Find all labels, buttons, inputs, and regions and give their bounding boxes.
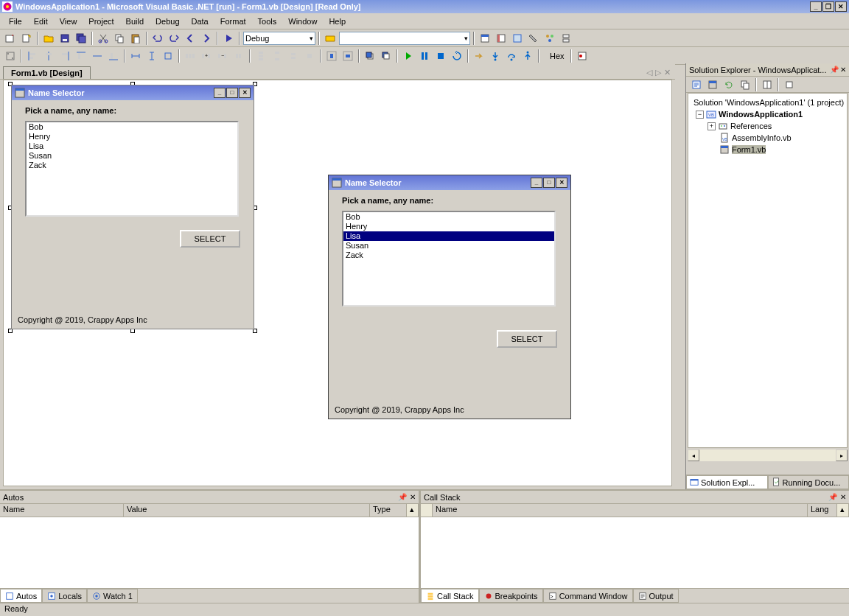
expand-icon[interactable]: + [708, 122, 716, 130]
list-item[interactable]: Bob [27, 122, 237, 132]
align-bottom-icon[interactable] [106, 49, 121, 63]
callstack-body[interactable] [421, 517, 849, 588]
tab-watch1[interactable]: Watch 1 [87, 589, 138, 603]
menu-view[interactable]: View [54, 15, 83, 27]
debug-pause-icon[interactable] [417, 49, 432, 63]
collapse-icon[interactable]: − [696, 111, 704, 119]
vspace-dec-icon[interactable] [286, 49, 301, 63]
doc-tab-form1[interactable]: Form1.vb [Design] [3, 66, 91, 79]
same-width-icon[interactable] [128, 49, 143, 63]
align-center-icon[interactable] [41, 49, 56, 63]
step-over-icon[interactable] [504, 49, 519, 63]
tab-autos[interactable]: Autos [0, 589, 42, 603]
list-item[interactable]: Bob [343, 212, 554, 222]
debug-stop-icon[interactable] [433, 49, 448, 63]
undo-icon[interactable] [150, 31, 165, 46]
show-next-statement-icon[interactable] [472, 49, 486, 63]
center-h-icon[interactable] [324, 49, 339, 63]
hspace-inc-icon[interactable]: + [199, 49, 214, 63]
nav-back-icon[interactable] [183, 31, 198, 46]
same-size-icon[interactable] [161, 49, 175, 63]
tab-prev-icon[interactable]: ◁ [646, 68, 652, 77]
solution-explorer-icon[interactable] [478, 31, 492, 46]
min-button[interactable]: _ [531, 178, 542, 188]
tree-references-row[interactable]: + References [691, 120, 844, 132]
col-value[interactable]: Value [124, 504, 370, 517]
new-project-icon[interactable]: * [3, 31, 18, 46]
menu-format[interactable]: Format [214, 15, 252, 27]
list-item[interactable]: Lisa [343, 231, 554, 241]
solx-hscrollbar[interactable]: ◂ ▸ [688, 449, 848, 461]
menu-project[interactable]: Project [83, 15, 119, 27]
debug-restart-icon[interactable] [450, 49, 464, 63]
add-item-icon[interactable] [19, 31, 34, 46]
vspace-equal-icon[interactable] [254, 49, 268, 63]
vspace-remove-icon[interactable] [302, 49, 317, 63]
toolbox-icon[interactable] [526, 31, 541, 46]
menu-help[interactable]: Help [323, 15, 352, 27]
start-icon[interactable] [221, 31, 236, 46]
col-name[interactable]: Name [0, 504, 124, 517]
solx-tree[interactable]: Solution 'WindowsApplication1' (1 projec… [688, 93, 848, 448]
same-height-icon[interactable] [144, 49, 159, 63]
bring-front-icon[interactable] [363, 49, 377, 63]
close-icon[interactable]: ✕ [840, 66, 846, 74]
scroll-right-icon[interactable]: ▸ [836, 449, 848, 461]
breakpoints-window-icon[interactable] [575, 49, 590, 63]
align-left-icon[interactable] [25, 49, 40, 63]
class-view-icon[interactable] [542, 31, 557, 46]
cut-icon[interactable] [96, 31, 111, 46]
menu-window[interactable]: Window [282, 15, 323, 27]
object-browser-icon[interactable] [510, 31, 525, 46]
close-button[interactable]: ✕ [556, 178, 567, 188]
col-name[interactable]: Name [433, 504, 808, 517]
list-item[interactable]: Susan [27, 151, 237, 161]
close-button[interactable]: ✕ [835, 1, 847, 12]
select-button[interactable]: SELECT [180, 230, 240, 248]
properties-icon[interactable] [760, 77, 775, 92]
col-type[interactable]: Type [370, 504, 407, 517]
hspace-equal-icon[interactable] [183, 49, 198, 63]
pin-icon[interactable]: 📌 [398, 493, 407, 501]
pin-icon[interactable]: 📌 [828, 493, 837, 501]
minimize-button[interactable]: _ [810, 1, 822, 12]
autos-body[interactable] [0, 517, 419, 588]
tab-callstack[interactable]: Call Stack [421, 589, 479, 603]
hex-button[interactable]: Hex [547, 52, 567, 60]
show-all-files-icon[interactable] [738, 77, 752, 92]
menu-tools[interactable]: Tools [252, 15, 283, 27]
vspace-inc-icon[interactable] [270, 49, 284, 63]
hspace-dec-icon[interactable]: − [215, 49, 230, 63]
list-item[interactable]: Henry [27, 132, 237, 141]
select-button[interactable]: SELECT [497, 330, 557, 348]
tree-assemblyinfo-row[interactable]: VB AssemblyInfo.vb [691, 132, 844, 144]
step-into-icon[interactable] [488, 49, 503, 63]
tree-solution-row[interactable]: Solution 'WindowsApplication1' (1 projec… [691, 97, 844, 108]
center-v-icon[interactable] [340, 49, 355, 63]
step-out-icon[interactable] [520, 49, 535, 63]
list-item[interactable]: Zack [343, 251, 554, 260]
designer-form[interactable]: Name Selector _ □ ✕ Pick a name, any nam… [11, 85, 254, 329]
runtime-titlebar[interactable]: Name Selector _ □ ✕ [329, 175, 570, 190]
scroll-up-icon[interactable]: ▴ [407, 504, 419, 517]
align-middle-icon[interactable] [90, 49, 105, 63]
menu-debug[interactable]: Debug [150, 15, 185, 27]
view-designer-icon[interactable] [705, 77, 720, 92]
close-icon[interactable]: ✕ [840, 493, 846, 501]
tab-solution-explorer[interactable]: Solution Expl... [686, 475, 768, 489]
tab-close-icon[interactable]: ✕ [664, 68, 671, 77]
list-item[interactable]: Susan [343, 241, 554, 251]
close-icon[interactable]: ✕ [410, 493, 416, 501]
col-lang[interactable]: Lang [808, 504, 837, 517]
send-back-icon[interactable] [379, 49, 394, 63]
tree-form1-row[interactable]: Form1.vb [691, 144, 844, 155]
properties-icon[interactable] [494, 31, 509, 46]
redo-icon[interactable] [167, 31, 181, 46]
open-icon[interactable] [41, 31, 56, 46]
tab-locals[interactable]: Locals [42, 589, 87, 603]
runtime-form[interactable]: Name Selector _ □ ✕ Pick a name, any nam… [328, 175, 571, 419]
save-all-icon[interactable] [74, 31, 88, 46]
debug-start-icon[interactable] [401, 49, 416, 63]
restore-button[interactable]: ❐ [822, 1, 834, 12]
menu-data[interactable]: Data [186, 15, 214, 27]
